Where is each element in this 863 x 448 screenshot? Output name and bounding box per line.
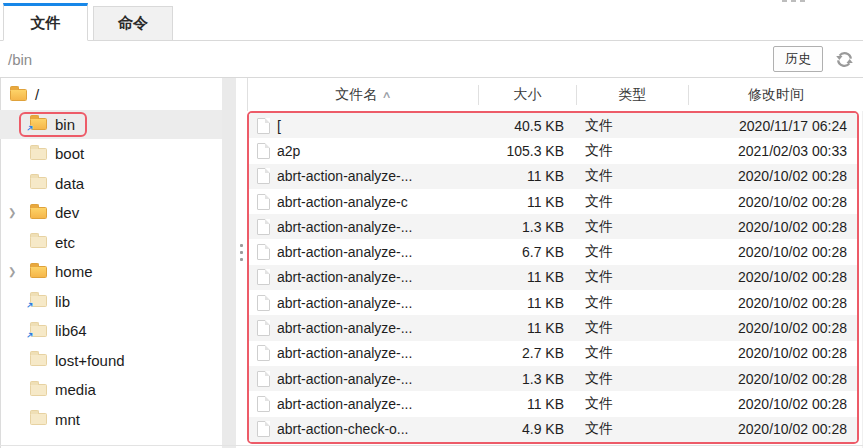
file-name: abrt-action-analyze-... [277, 244, 477, 260]
tab-files[interactable]: 文件 [3, 3, 88, 41]
table-row[interactable]: abrt-action-analyze-... 11 KB 文件 2020/10… [249, 315, 857, 340]
sidebar-item-inner: ➜ dev [19, 200, 91, 225]
file-name: abrt-action-analyze-... [277, 219, 477, 235]
sidebar-item-inner: ➜ lib [19, 289, 82, 314]
table-row[interactable]: abrt-action-check-o... 4.9 KB 文件 2020/10… [249, 417, 857, 442]
file-type: 文件 [572, 268, 672, 286]
file-icon [257, 194, 270, 210]
folder-icon: ➜ [30, 266, 47, 278]
sidebar-item[interactable]: ❯ ➜ / [0, 80, 222, 110]
file-icon [257, 421, 270, 437]
folder-icon: ➜ [30, 148, 47, 160]
sidebar-item[interactable]: ❯ ➜ boot [0, 139, 222, 169]
sidebar-item-label: / [35, 86, 39, 103]
history-button[interactable]: 历史 [773, 46, 823, 72]
sidebar-item-label: boot [55, 145, 84, 162]
sidebar-item[interactable]: ❯ ➜ lib64 [0, 316, 222, 346]
table-row[interactable]: a2p 105.3 KB 文件 2021/02/03 00:33 [249, 138, 857, 163]
sidebar-item-label: dev [55, 204, 79, 221]
main-area: ❯ ➜ / ❯ ➜ bin ❯ [0, 78, 863, 448]
file-icon [257, 345, 270, 361]
sort-asc-icon: ∧ [382, 89, 392, 100]
file-icon-cell [249, 269, 277, 285]
file-icon-cell [249, 295, 277, 311]
folder-icon: ➜ [30, 354, 47, 366]
file-name: abrt-action-analyze-... [277, 396, 477, 412]
file-name: abrt-action-analyze-... [277, 345, 477, 361]
file-list: [ 40.5 KB 文件 2020/11/17 06:24 a2p 105.3 … [247, 111, 859, 444]
table-row[interactable]: abrt-action-analyze-... 11 KB 文件 2020/10… [249, 265, 857, 290]
window-overflow-dots-icon [782, 0, 805, 2]
file-size: 11 KB [477, 168, 572, 184]
sidebar-item[interactable]: ❯ ➜ etc [0, 228, 222, 258]
file-size: 2.7 KB [477, 345, 572, 361]
file-icon [257, 244, 270, 260]
file-icon [257, 320, 270, 336]
file-mtime: 2020/10/02 00:28 [672, 269, 857, 285]
sidebar-item-label: bin [55, 116, 75, 133]
table-row[interactable]: abrt-action-analyze-... 1.3 KB 文件 2020/1… [249, 214, 857, 239]
file-icon-cell [249, 219, 277, 235]
sidebar-item[interactable]: ❯ ➜ dev [0, 198, 222, 228]
sidebar-item-label: media [55, 381, 96, 398]
sidebar-item[interactable]: ❯ ➜ lost+found [0, 346, 222, 376]
sidebar-item[interactable]: ❯ ➜ home [0, 257, 222, 287]
sidebar-item-inner: ➜ home [19, 259, 105, 284]
sidebar-item-inner: ➜ mnt [19, 407, 92, 432]
file-name: a2p [277, 143, 477, 159]
file-size: 11 KB [477, 396, 572, 412]
file-icon [257, 118, 270, 134]
file-mtime: 2020/10/02 00:28 [672, 244, 857, 260]
file-icon [257, 396, 270, 412]
file-table-panel: 文件名 ∧ 大小 类型 修改时间 [ 40.5 KB 文件 2020/11/17… [247, 78, 863, 448]
table-row[interactable]: abrt-action-analyze-... 11 KB 文件 2020/10… [249, 391, 857, 416]
table-row[interactable]: abrt-action-analyze-... 11 KB 文件 2020/10… [249, 164, 857, 189]
file-icon-cell [249, 143, 277, 159]
file-type: 文件 [572, 218, 672, 236]
folder-icon: ➜ [30, 325, 47, 337]
bottom-divider [0, 445, 863, 446]
table-row[interactable]: abrt-action-analyze-... 2.7 KB 文件 2020/1… [249, 341, 857, 366]
column-header-type[interactable]: 类型 [577, 85, 689, 105]
file-size: 40.5 KB [477, 118, 572, 134]
folder-icon: ➜ [30, 207, 47, 219]
sidebar-item-inner: ➜ / [8, 82, 51, 107]
current-path[interactable]: /bin [8, 51, 773, 68]
splitter-grip-icon[interactable] [240, 244, 243, 261]
file-name: abrt-action-analyze-... [277, 320, 477, 336]
folder-icon: ➜ [30, 236, 47, 248]
file-mtime: 2021/02/03 00:33 [672, 143, 857, 159]
sidebar-item-label: lost+found [55, 352, 125, 369]
sidebar-item[interactable]: ❯ ➜ media [0, 375, 222, 405]
file-type: 文件 [572, 117, 672, 135]
pane-splitter[interactable] [236, 78, 247, 448]
table-row[interactable]: abrt-action-analyze-... 11 KB 文件 2020/10… [249, 290, 857, 315]
file-mtime: 2020/10/02 00:28 [672, 345, 857, 361]
file-icon [257, 168, 270, 184]
symlink-arrow-icon: ➜ [24, 329, 36, 341]
column-header-size[interactable]: 大小 [479, 85, 577, 105]
sidebar-item[interactable]: ❯ ➜ data [0, 169, 222, 199]
sidebar-item[interactable]: ❯ ➜ mnt [0, 405, 222, 435]
folder-icon: ➜ [30, 118, 47, 130]
file-type: 文件 [572, 370, 672, 388]
table-row[interactable]: abrt-action-analyze-c 11 KB 文件 2020/10/0… [249, 189, 857, 214]
file-mtime: 2020/11/17 06:24 [672, 118, 857, 134]
table-row[interactable]: abrt-action-analyze-... 6.7 KB 文件 2020/1… [249, 239, 857, 264]
refresh-button[interactable] [833, 48, 855, 70]
sidebar-item[interactable]: ❯ ➜ bin [0, 110, 222, 140]
file-icon [257, 269, 270, 285]
column-header-filename[interactable]: 文件名 ∧ [248, 85, 479, 105]
sidebar-item[interactable]: ❯ ➜ lib [0, 287, 222, 317]
sidebar-scrollbar[interactable] [222, 78, 236, 448]
table-row[interactable]: abrt-action-analyze-... 1.3 KB 文件 2020/1… [249, 366, 857, 391]
table-row[interactable]: [ 40.5 KB 文件 2020/11/17 06:24 [249, 113, 857, 138]
file-name: [ [277, 118, 477, 134]
file-type: 文件 [572, 294, 672, 312]
file-icon-cell [249, 168, 277, 184]
sidebar-item-inner: ➜ data [19, 171, 96, 196]
column-header-mtime[interactable]: 修改时间 [689, 85, 863, 105]
tab-commands[interactable]: 命令 [93, 6, 173, 40]
file-type: 文件 [572, 193, 672, 211]
file-size: 11 KB [477, 269, 572, 285]
